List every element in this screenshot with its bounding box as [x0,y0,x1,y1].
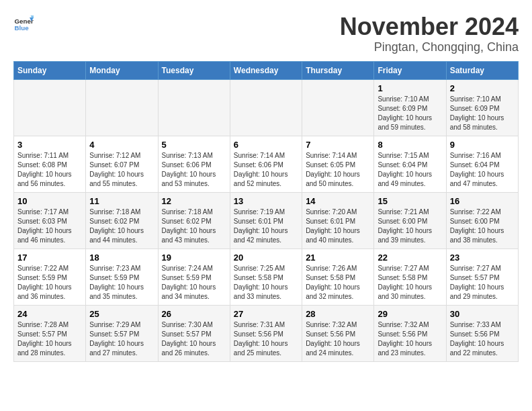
calendar-cell: 25Sunrise: 7:29 AM Sunset: 5:57 PM Dayli… [86,305,158,361]
calendar-cell: 10Sunrise: 7:17 AM Sunset: 6:03 PM Dayli… [14,192,86,248]
weekday-header-saturday: Saturday [446,61,518,79]
calendar-cell: 23Sunrise: 7:27 AM Sunset: 5:57 PM Dayli… [446,248,518,305]
day-number: 11 [89,196,154,206]
day-info: Sunrise: 7:24 AM Sunset: 5:59 PM Dayligh… [162,264,226,302]
day-number: 18 [89,253,154,263]
day-info: Sunrise: 7:13 AM Sunset: 6:06 PM Dayligh… [162,151,226,189]
day-info: Sunrise: 7:18 AM Sunset: 6:02 PM Dayligh… [162,208,226,245]
day-number: 6 [234,140,298,150]
calendar-cell [86,79,158,136]
calendar-week-row: 10Sunrise: 7:17 AM Sunset: 6:03 PM Dayli… [14,192,519,248]
day-number: 7 [306,140,370,150]
calendar-cell: 7Sunrise: 7:14 AM Sunset: 6:05 PM Daylig… [302,136,374,192]
calendar-cell: 5Sunrise: 7:13 AM Sunset: 6:06 PM Daylig… [158,136,230,192]
day-info: Sunrise: 7:32 AM Sunset: 5:56 PM Dayligh… [378,320,442,358]
calendar-cell: 2Sunrise: 7:10 AM Sunset: 6:09 PM Daylig… [446,79,518,136]
logo-icon: General Blue [13,13,34,34]
day-number: 28 [306,309,370,319]
calendar-cell: 24Sunrise: 7:28 AM Sunset: 5:57 PM Dayli… [14,305,86,361]
day-info: Sunrise: 7:27 AM Sunset: 5:58 PM Dayligh… [378,264,442,302]
calendar-cell: 1Sunrise: 7:10 AM Sunset: 6:09 PM Daylig… [374,79,446,136]
calendar-table: SundayMondayTuesdayWednesdayThursdayFrid… [13,61,519,362]
calendar-cell: 15Sunrise: 7:21 AM Sunset: 6:00 PM Dayli… [374,192,446,248]
day-number: 8 [378,140,442,150]
day-number: 10 [17,196,82,206]
day-info: Sunrise: 7:32 AM Sunset: 5:56 PM Dayligh… [306,320,370,358]
day-info: Sunrise: 7:10 AM Sunset: 6:09 PM Dayligh… [450,95,515,132]
day-number: 21 [306,253,370,263]
day-info: Sunrise: 7:14 AM Sunset: 6:06 PM Dayligh… [234,151,298,189]
calendar-cell: 17Sunrise: 7:22 AM Sunset: 5:59 PM Dayli… [14,248,86,305]
day-number: 27 [234,309,298,319]
calendar-cell: 13Sunrise: 7:19 AM Sunset: 6:01 PM Dayli… [230,192,302,248]
day-number: 9 [450,140,515,150]
calendar-cell: 28Sunrise: 7:32 AM Sunset: 5:56 PM Dayli… [302,305,374,361]
day-number: 19 [162,253,226,263]
calendar-cell [14,79,86,136]
day-number: 30 [450,309,515,319]
day-info: Sunrise: 7:10 AM Sunset: 6:09 PM Dayligh… [378,95,442,132]
calendar-cell: 11Sunrise: 7:18 AM Sunset: 6:02 PM Dayli… [86,192,158,248]
calendar-cell: 16Sunrise: 7:22 AM Sunset: 6:00 PM Dayli… [446,192,518,248]
day-info: Sunrise: 7:33 AM Sunset: 5:56 PM Dayligh… [450,320,515,358]
day-number: 4 [89,140,154,150]
day-info: Sunrise: 7:12 AM Sunset: 6:07 PM Dayligh… [89,151,154,189]
day-number: 5 [162,140,226,150]
weekday-header-sunday: Sunday [14,61,86,79]
weekday-header-friday: Friday [374,61,446,79]
calendar-week-row: 24Sunrise: 7:28 AM Sunset: 5:57 PM Dayli… [14,305,519,361]
day-info: Sunrise: 7:23 AM Sunset: 5:59 PM Dayligh… [89,264,154,302]
day-info: Sunrise: 7:18 AM Sunset: 6:02 PM Dayligh… [89,208,154,245]
day-info: Sunrise: 7:22 AM Sunset: 6:00 PM Dayligh… [450,208,515,245]
calendar-cell: 12Sunrise: 7:18 AM Sunset: 6:02 PM Dayli… [158,192,230,248]
day-number: 22 [378,253,442,263]
day-info: Sunrise: 7:19 AM Sunset: 6:01 PM Dayligh… [234,208,298,245]
calendar-cell: 18Sunrise: 7:23 AM Sunset: 5:59 PM Dayli… [86,248,158,305]
day-info: Sunrise: 7:26 AM Sunset: 5:58 PM Dayligh… [306,264,370,302]
day-info: Sunrise: 7:28 AM Sunset: 5:57 PM Dayligh… [17,320,82,358]
header: General Blue November 2024 Pingtan, Chon… [13,13,519,54]
day-number: 14 [306,196,370,206]
calendar-week-row: 3Sunrise: 7:11 AM Sunset: 6:08 PM Daylig… [14,136,519,192]
day-number: 29 [378,309,442,319]
day-info: Sunrise: 7:16 AM Sunset: 6:04 PM Dayligh… [450,151,515,189]
day-number: 12 [162,196,226,206]
day-info: Sunrise: 7:25 AM Sunset: 5:58 PM Dayligh… [234,264,298,302]
calendar-cell: 30Sunrise: 7:33 AM Sunset: 5:56 PM Dayli… [446,305,518,361]
weekday-header-thursday: Thursday [302,61,374,79]
calendar-cell: 9Sunrise: 7:16 AM Sunset: 6:04 PM Daylig… [446,136,518,192]
day-info: Sunrise: 7:29 AM Sunset: 5:57 PM Dayligh… [89,320,154,358]
calendar-cell: 4Sunrise: 7:12 AM Sunset: 6:07 PM Daylig… [86,136,158,192]
calendar-cell: 29Sunrise: 7:32 AM Sunset: 5:56 PM Dayli… [374,305,446,361]
calendar-cell [158,79,230,136]
calendar-cell: 26Sunrise: 7:30 AM Sunset: 5:57 PM Dayli… [158,305,230,361]
day-number: 17 [17,253,82,263]
day-number: 16 [450,196,515,206]
day-info: Sunrise: 7:15 AM Sunset: 6:04 PM Dayligh… [378,151,442,189]
logo: General Blue [13,13,34,34]
calendar-cell: 14Sunrise: 7:20 AM Sunset: 6:01 PM Dayli… [302,192,374,248]
day-info: Sunrise: 7:31 AM Sunset: 5:56 PM Dayligh… [234,320,298,358]
day-number: 3 [17,140,82,150]
title-area: November 2024 Pingtan, Chongqing, China [340,13,519,54]
page-subtitle: Pingtan, Chongqing, China [340,40,519,54]
page-title: November 2024 [340,13,519,40]
day-info: Sunrise: 7:30 AM Sunset: 5:57 PM Dayligh… [162,320,226,358]
calendar-cell: 6Sunrise: 7:14 AM Sunset: 6:06 PM Daylig… [230,136,302,192]
day-number: 24 [17,309,82,319]
calendar-cell: 3Sunrise: 7:11 AM Sunset: 6:08 PM Daylig… [14,136,86,192]
day-number: 15 [378,196,442,206]
calendar-cell: 19Sunrise: 7:24 AM Sunset: 5:59 PM Dayli… [158,248,230,305]
calendar-cell: 27Sunrise: 7:31 AM Sunset: 5:56 PM Dayli… [230,305,302,361]
day-info: Sunrise: 7:20 AM Sunset: 6:01 PM Dayligh… [306,208,370,245]
calendar-cell: 20Sunrise: 7:25 AM Sunset: 5:58 PM Dayli… [230,248,302,305]
calendar-week-row: 17Sunrise: 7:22 AM Sunset: 5:59 PM Dayli… [14,248,519,305]
day-number: 1 [378,83,442,93]
day-info: Sunrise: 7:21 AM Sunset: 6:00 PM Dayligh… [378,208,442,245]
calendar-cell: 21Sunrise: 7:26 AM Sunset: 5:58 PM Dayli… [302,248,374,305]
day-number: 26 [162,309,226,319]
day-number: 13 [234,196,298,206]
calendar-cell: 8Sunrise: 7:15 AM Sunset: 6:04 PM Daylig… [374,136,446,192]
calendar-week-row: 1Sunrise: 7:10 AM Sunset: 6:09 PM Daylig… [14,79,519,136]
day-number: 25 [89,309,154,319]
